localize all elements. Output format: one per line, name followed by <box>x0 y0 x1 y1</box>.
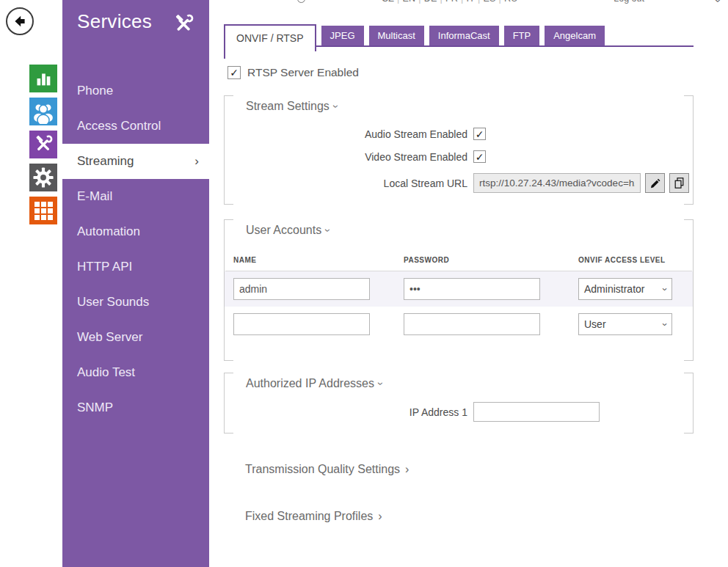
chevron-down-icon: › <box>375 382 387 386</box>
sidebar-module-hardware[interactable] <box>29 164 57 191</box>
audio-stream-label: Audio Stream Enabled <box>225 128 467 140</box>
local-stream-url-label: Local Stream URL <box>225 178 467 189</box>
page-title: Services <box>77 10 152 33</box>
audio-stream-row: Audio Stream Enabled ✓ <box>225 128 693 140</box>
copy-icon <box>673 177 685 189</box>
chevron-right-icon: › <box>405 463 409 475</box>
sidebar-item-label: Web Server <box>77 330 142 345</box>
account-password-input[interactable] <box>404 278 540 300</box>
tab-multicast[interactable]: Multicast <box>369 26 424 45</box>
chevron-down-icon: › <box>330 105 342 109</box>
video-stream-checkbox[interactable]: ✓ <box>473 150 486 163</box>
tab-bar: ONVIF / RTSP JPEG Multicast InformaCast … <box>224 18 694 47</box>
sidebar-item-label: Streaming <box>77 154 134 169</box>
app-window: CZ|EN|DE|FR|IT|ES|RU Log out › <box>0 0 728 567</box>
chevron-down-icon: › <box>659 323 670 326</box>
section-title-text: Stream Settings <box>246 100 330 112</box>
main-content: ONVIF / RTSP JPEG Multicast InformaCast … <box>209 0 728 567</box>
section-title-text: Fixed Streaming Profiles <box>245 510 373 522</box>
section-title-text: User Accounts <box>246 224 321 236</box>
tab-onvif-rtsp[interactable]: ONVIF / RTSP <box>224 24 316 51</box>
chevron-down-icon: › <box>322 229 334 233</box>
sidebar-item-snmp[interactable]: SNMP <box>62 390 209 425</box>
sidebar-item-label: E-Mail <box>77 189 112 204</box>
sidebar-module-system[interactable] <box>29 197 57 224</box>
section-title-text: Transmission Quality Settings <box>245 463 400 475</box>
tab-jpeg[interactable]: JPEG <box>321 26 364 45</box>
rtsp-server-enabled-row: ✓ RTSP Server Enabled <box>228 66 728 79</box>
sidebar-item-label: Phone <box>77 84 113 98</box>
stream-settings-section: Stream Settings› Audio Stream Enabled ✓ … <box>224 95 694 205</box>
section-title[interactable]: User Accounts› <box>246 224 693 237</box>
access-level-select[interactable]: User › <box>578 313 672 335</box>
tools-icon <box>172 13 194 35</box>
section-title[interactable]: Authorized IP Addresses› <box>246 377 693 390</box>
sidebar-item-http-api[interactable]: HTTP API <box>62 249 209 285</box>
selected-option: Administrator <box>584 283 644 295</box>
tab-ftp[interactable]: FTP <box>504 26 540 45</box>
column-header-name: NAME <box>233 256 404 264</box>
rtsp-server-enabled-label: RTSP Server Enabled <box>247 66 359 79</box>
check-icon: ✓ <box>476 152 484 162</box>
sidebar-item-label: Automation <box>77 224 140 239</box>
sidebar-module-services[interactable] <box>29 131 57 158</box>
ip-address-row: IP Address 1 <box>225 402 693 422</box>
column-header-password: PASSWORD <box>404 256 578 264</box>
sidebar-item-label: Access Control <box>77 119 161 133</box>
account-name-input[interactable] <box>233 313 370 335</box>
sidebar-item-email[interactable]: E-Mail <box>62 179 209 214</box>
sidebar-item-user-sounds[interactable]: User Sounds <box>62 285 209 320</box>
audio-stream-checkbox[interactable]: ✓ <box>473 128 486 140</box>
account-password-input[interactable] <box>404 313 540 335</box>
sidebar-item-label: Audio Test <box>77 365 135 380</box>
sidebar-item-phone[interactable]: Phone <box>62 73 209 109</box>
access-level-select[interactable]: Administrator › <box>578 278 672 300</box>
users-icon <box>31 99 56 124</box>
column-header-access-level: ONVIF ACCESS LEVEL <box>578 256 685 264</box>
icon-rail <box>0 0 62 567</box>
copy-url-button[interactable] <box>669 173 689 193</box>
sidebar-module-status[interactable] <box>29 65 57 92</box>
account-name-input[interactable] <box>233 278 370 300</box>
table-row: Administrator › <box>225 271 693 307</box>
pencil-icon <box>649 178 661 189</box>
chevron-right-icon: › <box>378 510 382 522</box>
gear-icon <box>32 167 54 189</box>
arrow-left-icon <box>11 12 29 30</box>
transmission-quality-settings-header[interactable]: Transmission Quality Settings› <box>245 463 728 476</box>
user-accounts-header-row: NAME PASSWORD ONVIF ACCESS LEVEL <box>225 256 693 271</box>
chevron-right-icon: › <box>194 154 199 169</box>
chevron-down-icon: › <box>659 288 670 290</box>
sidebar-menu: Phone Access Control Streaming › E-Mail … <box>62 73 209 425</box>
tab-informacast[interactable]: InformaCast <box>429 26 499 45</box>
sidebar-module-directory[interactable] <box>29 98 57 125</box>
services-sidebar: Services Phone Access Control Streaming … <box>62 0 209 567</box>
section-title[interactable]: Stream Settings› <box>246 100 693 113</box>
sidebar-item-automation[interactable]: Automation <box>62 214 209 249</box>
ip-address-label: IP Address 1 <box>225 406 467 418</box>
tab-angelcam[interactable]: Angelcam <box>545 26 605 45</box>
module-icon-bar <box>29 65 62 224</box>
sidebar-item-label: User Sounds <box>77 295 149 310</box>
section-title-text: Authorized IP Addresses <box>246 377 374 389</box>
sidebar-item-label: SNMP <box>77 400 113 415</box>
tools-icon <box>33 134 54 155</box>
sidebar-item-web-server[interactable]: Web Server <box>62 320 209 355</box>
table-row: User › <box>225 307 693 342</box>
selected-option: User <box>584 318 606 330</box>
check-icon: ✓ <box>476 129 484 139</box>
check-icon: ✓ <box>230 67 239 78</box>
local-stream-url-input[interactable] <box>473 173 641 193</box>
back-button[interactable] <box>6 7 34 35</box>
sidebar-item-label: HTTP API <box>77 260 132 274</box>
ip-address-input[interactable] <box>473 402 600 422</box>
sidebar-item-access-control[interactable]: Access Control <box>62 109 209 144</box>
sidebar-item-streaming[interactable]: Streaming › <box>62 144 209 179</box>
sidebar-item-audio-test[interactable]: Audio Test <box>62 355 209 390</box>
edit-url-button[interactable] <box>645 173 665 193</box>
rtsp-server-enabled-checkbox[interactable]: ✓ <box>228 66 241 79</box>
fixed-streaming-profiles-header[interactable]: Fixed Streaming Profiles› <box>245 510 728 523</box>
bar-chart-icon <box>32 67 54 89</box>
video-stream-row: Video Stream Enabled ✓ <box>225 150 693 163</box>
user-accounts-section: User Accounts› NAME PASSWORD ONVIF ACCES… <box>224 219 694 361</box>
